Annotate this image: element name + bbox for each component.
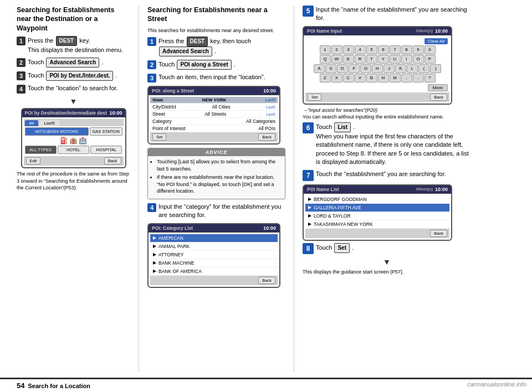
back-btn-cat[interactable]: Back [258,277,275,284]
edit-btn[interactable]: Edit [26,157,41,164]
kb-2[interactable]: 2 [331,45,342,54]
poi-gas[interactable]: GAS STATION [90,127,122,136]
kb-item-count: 1item(s) [416,28,433,33]
cat-label-4: BANK MACHINE [158,260,195,266]
kb-w[interactable]: W [331,55,342,64]
note-detail: You can search without inputting the ent… [303,114,444,120]
kb-m[interactable]: M [390,74,401,82]
kb-8[interactable]: 8 [401,45,412,54]
step-6-num: 6 [303,122,314,133]
cat-body: ▶ AMERICAN ▶ ANIMAL PARK ▶ ATTORNEY ▶ BA… [149,233,279,287]
poi-grid: MITSUBISHI MOTORS GAS STATION ⛽ 🏨 🏥 ALL … [24,126,124,156]
back-btn-street[interactable]: Back [258,133,275,141]
kb-dot[interactable]: . [413,74,424,82]
kb-u[interactable]: U [390,55,401,64]
dest-button-1[interactable]: DEST [56,36,78,46]
kb-3[interactable]: 3 [343,45,354,54]
poi-street-row-3[interactable]: CategoryAll Categories [150,118,278,125]
kb-o[interactable]: O [413,55,424,64]
kb-7[interactable]: 7 [390,45,401,54]
advanced-search-btn-mid[interactable]: Advanced Search [159,47,212,56]
poi-list-item-3[interactable]: ▶ LORD & TAYLOR [305,212,449,220]
step-6-detail: When you have input the first few charac… [316,133,469,165]
kb-f[interactable]: F [349,64,360,73]
step-6-content: Touch List . When you have input the fir… [316,122,471,167]
poi-list-item-2[interactable]: ▶ GALLERIA FIFTH AVE [305,204,449,212]
back-btn-1[interactable]: Back [104,157,121,164]
clear-all-btn[interactable]: Clear All [424,38,448,44]
poi-hospital[interactable]: HOSPITAL [90,146,122,154]
kb-q2[interactable]: ? [424,74,436,82]
poi-dest-btn[interactable]: POI by Dest./Inter.dest. [46,71,113,81]
kb-comma[interactable]: , [401,74,412,82]
step-7-content: Touch the “establishment” you are search… [316,170,471,178]
kb-5[interactable]: 5 [366,45,377,54]
kb-q[interactable]: Q [320,55,331,64]
poi-list-item-1[interactable]: ▶ BERGDORF GOODMAN [305,195,449,204]
cat-item-5[interactable]: ▶ BANK OF AMERICA [150,267,278,276]
kb-b[interactable]: B [366,74,377,82]
kb-p[interactable]: P [424,55,436,64]
kb-6[interactable]: 6 [378,45,389,54]
tab-last5[interactable]: Last5 [39,120,59,126]
step-8-num: 8 [303,243,314,254]
back-btn-list[interactable]: Back [430,230,447,237]
list-btn[interactable]: List [334,122,351,132]
kb-n[interactable]: N [378,74,389,82]
kb-r[interactable]: R [355,55,366,64]
mid-step-3: 3 Touch an item, then input the “locatio… [147,73,285,82]
poi-street-row-1[interactable]: City/DistrictAll CitiesLast5 [150,104,278,111]
mid-intro: This searches for establishments near an… [147,27,285,34]
kb-j[interactable]: J [383,64,395,73]
kb-v[interactable]: V [355,74,366,82]
mid-step-1-num: 1 [147,37,156,46]
mid-step-3-num: 3 [147,74,156,82]
kb-x[interactable]: X [331,74,342,82]
more-btn[interactable]: More [428,84,448,91]
kb-c[interactable]: C [343,74,354,82]
set-btn-final[interactable]: Set [334,243,350,253]
kb-g[interactable]: G [360,64,371,73]
kb-0[interactable]: 0 [424,45,436,54]
cat-item-4[interactable]: ▶ BANK MACHINE [150,259,278,267]
dest-btn-mid[interactable]: DEST [187,37,208,47]
kb-rp[interactable]: ) [430,64,441,73]
kb-d[interactable]: D [337,64,348,73]
left-section-title: Searching for Establishments near the De… [17,6,130,33]
advanced-search-btn-1[interactable]: Advanced Search [46,58,99,68]
back-btn-kb[interactable]: Back [430,94,447,101]
kb-l[interactable]: L [407,64,418,73]
cat-item-3[interactable]: ▶ ATTORNEY [150,251,278,259]
kb-s[interactable]: S [325,64,336,73]
poi-hotel[interactable]: HOTEL [58,146,89,154]
kb-4[interactable]: 4 [355,45,366,54]
poi-all-types[interactable]: ALL TYPES [25,146,57,154]
poi-list-count: 4item(s) [416,187,433,192]
kb-1[interactable]: 1 [320,45,331,54]
kb-e[interactable]: E [343,55,354,64]
poi-along-street-btn[interactable]: POI along a Street [177,60,231,70]
kb-i[interactable]: I [401,55,412,64]
chevron-3: ▶ [153,252,156,257]
kb-z[interactable]: Z [320,74,331,82]
advice-item-2: If there are no establishments near the … [157,174,282,195]
kb-9[interactable]: 9 [413,45,424,54]
poi-icon-row: ⛽ 🏨 🏥 [25,137,122,145]
poi-street-row-4[interactable]: Point of InterestAll POIs [150,125,278,132]
kb-t[interactable]: T [366,55,377,64]
poi-list-item-4[interactable]: ▶ TAKASHIMAYA NEW YORK [305,220,449,229]
kb-h[interactable]: H [372,64,383,73]
kb-y[interactable]: Y [378,55,389,64]
kb-lp[interactable]: ( [418,64,429,73]
kb-a[interactable]: A [314,64,325,73]
poi-street-row-2[interactable]: StreetAll StreetsLast5 [150,111,278,118]
set-btn-kb[interactable]: Set [308,94,321,101]
poi-list-label-3: LORD & TAYLOR [314,213,351,219]
kb-k[interactable]: K [395,64,406,73]
set-btn-street[interactable]: Set [152,133,166,141]
cat-item-2[interactable]: ▶ ANIMAL PARK [150,243,278,251]
step-4-text: Touch the “location” to search for. [28,85,118,91]
tab-all[interactable]: All [25,120,39,126]
poi-mitsubishi[interactable]: MITSUBISHI MOTORS [25,127,89,136]
cat-item-1[interactable]: ▶ AMERICAN [150,234,278,243]
